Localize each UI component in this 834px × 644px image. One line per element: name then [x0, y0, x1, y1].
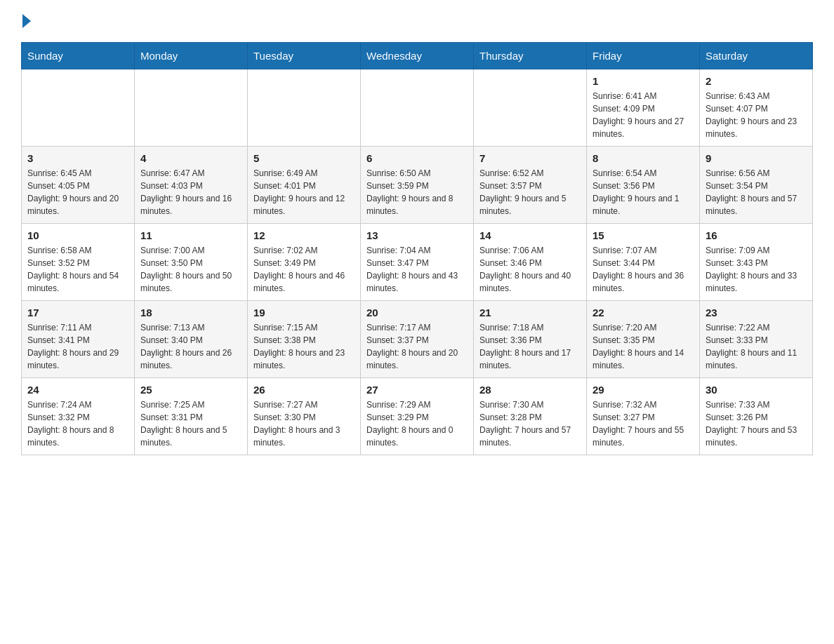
week-row-3: 10Sunrise: 6:58 AM Sunset: 3:52 PM Dayli…: [22, 224, 813, 301]
day-number: 29: [593, 384, 694, 396]
week-row-1: 1Sunrise: 6:41 AM Sunset: 4:09 PM Daylig…: [22, 69, 813, 147]
weekday-header-tuesday: Tuesday: [248, 43, 361, 69]
weekday-header-wednesday: Wednesday: [361, 43, 474, 69]
calendar-cell: 5Sunrise: 6:49 AM Sunset: 4:01 PM Daylig…: [248, 147, 361, 224]
day-number: 23: [706, 307, 807, 318]
day-number: 5: [253, 152, 355, 164]
weekday-header-friday: Friday: [587, 43, 700, 69]
day-info: Sunrise: 7:25 AM Sunset: 3:31 PM Dayligh…: [140, 398, 241, 449]
calendar-cell: [22, 69, 135, 147]
day-number: 20: [366, 307, 468, 318]
calendar-cell: 27Sunrise: 7:29 AM Sunset: 3:29 PM Dayli…: [361, 378, 474, 455]
calendar-cell: 15Sunrise: 7:07 AM Sunset: 3:44 PM Dayli…: [587, 224, 700, 301]
day-info: Sunrise: 7:07 AM Sunset: 3:44 PM Dayligh…: [593, 244, 694, 295]
day-number: 28: [479, 384, 581, 396]
day-number: 6: [366, 152, 468, 164]
calendar-cell: 2Sunrise: 6:43 AM Sunset: 4:07 PM Daylig…: [700, 69, 813, 147]
calendar-cell: 3Sunrise: 6:45 AM Sunset: 4:05 PM Daylig…: [22, 147, 135, 224]
calendar-cell: 30Sunrise: 7:33 AM Sunset: 3:26 PM Dayli…: [700, 378, 813, 455]
day-info: Sunrise: 7:13 AM Sunset: 3:40 PM Dayligh…: [140, 321, 241, 372]
day-number: 4: [140, 152, 241, 164]
calendar-cell: 6Sunrise: 6:50 AM Sunset: 3:59 PM Daylig…: [361, 147, 474, 224]
calendar-cell: 10Sunrise: 6:58 AM Sunset: 3:52 PM Dayli…: [22, 224, 135, 301]
calendar-cell: 22Sunrise: 7:20 AM Sunset: 3:35 PM Dayli…: [587, 301, 700, 378]
day-info: Sunrise: 7:22 AM Sunset: 3:33 PM Dayligh…: [706, 321, 807, 372]
calendar-cell: [474, 69, 587, 147]
calendar-cell: 20Sunrise: 7:17 AM Sunset: 3:37 PM Dayli…: [361, 301, 474, 378]
weekday-header-saturday: Saturday: [700, 43, 813, 69]
calendar-cell: 23Sunrise: 7:22 AM Sunset: 3:33 PM Dayli…: [700, 301, 813, 378]
day-info: Sunrise: 6:47 AM Sunset: 4:03 PM Dayligh…: [140, 167, 241, 217]
day-number: 15: [593, 229, 694, 241]
calendar-cell: 17Sunrise: 7:11 AM Sunset: 3:41 PM Dayli…: [22, 301, 135, 378]
day-info: Sunrise: 6:49 AM Sunset: 4:01 PM Dayligh…: [253, 167, 355, 217]
day-number: 2: [706, 75, 807, 87]
day-number: 25: [140, 384, 241, 396]
day-number: 14: [479, 229, 581, 241]
calendar-cell: 19Sunrise: 7:15 AM Sunset: 3:38 PM Dayli…: [248, 301, 361, 378]
day-info: Sunrise: 7:00 AM Sunset: 3:50 PM Dayligh…: [140, 244, 241, 295]
calendar-cell: 1Sunrise: 6:41 AM Sunset: 4:09 PM Daylig…: [587, 69, 700, 147]
calendar-table: SundayMondayTuesdayWednesdayThursdayFrid…: [21, 42, 813, 455]
day-info: Sunrise: 7:30 AM Sunset: 3:28 PM Dayligh…: [479, 398, 581, 449]
day-number: 13: [366, 229, 468, 241]
day-info: Sunrise: 7:33 AM Sunset: 3:26 PM Dayligh…: [706, 398, 807, 449]
day-number: 26: [253, 384, 355, 396]
calendar-cell: 7Sunrise: 6:52 AM Sunset: 3:57 PM Daylig…: [474, 147, 587, 224]
weekday-header-thursday: Thursday: [474, 43, 587, 69]
week-row-5: 24Sunrise: 7:24 AM Sunset: 3:32 PM Dayli…: [22, 378, 813, 455]
day-info: Sunrise: 6:56 AM Sunset: 3:54 PM Dayligh…: [706, 167, 807, 217]
day-number: 12: [253, 229, 355, 241]
day-number: 24: [27, 384, 128, 396]
day-info: Sunrise: 7:24 AM Sunset: 3:32 PM Dayligh…: [27, 398, 128, 449]
weekday-header-monday: Monday: [135, 43, 248, 69]
week-row-2: 3Sunrise: 6:45 AM Sunset: 4:05 PM Daylig…: [22, 147, 813, 224]
calendar-cell: [248, 69, 361, 147]
calendar-cell: 11Sunrise: 7:00 AM Sunset: 3:50 PM Dayli…: [135, 224, 248, 301]
day-info: Sunrise: 6:54 AM Sunset: 3:56 PM Dayligh…: [593, 167, 694, 217]
calendar-cell: 8Sunrise: 6:54 AM Sunset: 3:56 PM Daylig…: [587, 147, 700, 224]
day-number: 21: [479, 307, 581, 318]
calendar-cell: 24Sunrise: 7:24 AM Sunset: 3:32 PM Dayli…: [22, 378, 135, 455]
calendar-cell: 16Sunrise: 7:09 AM Sunset: 3:43 PM Dayli…: [700, 224, 813, 301]
day-number: 16: [706, 229, 807, 241]
day-info: Sunrise: 6:41 AM Sunset: 4:09 PM Dayligh…: [593, 90, 694, 140]
calendar-cell: 18Sunrise: 7:13 AM Sunset: 3:40 PM Dayli…: [135, 301, 248, 378]
day-info: Sunrise: 7:18 AM Sunset: 3:36 PM Dayligh…: [479, 321, 581, 372]
day-number: 27: [366, 384, 468, 396]
day-info: Sunrise: 7:11 AM Sunset: 3:41 PM Dayligh…: [27, 321, 128, 372]
day-info: Sunrise: 7:06 AM Sunset: 3:46 PM Dayligh…: [479, 244, 581, 295]
day-number: 17: [27, 307, 128, 318]
day-number: 18: [140, 307, 241, 318]
logo-arrow-icon: [22, 14, 31, 28]
calendar-cell: 14Sunrise: 7:06 AM Sunset: 3:46 PM Dayli…: [474, 224, 587, 301]
day-number: 9: [706, 152, 807, 164]
calendar-cell: [135, 69, 248, 147]
day-info: Sunrise: 7:27 AM Sunset: 3:30 PM Dayligh…: [253, 398, 355, 449]
calendar-cell: 28Sunrise: 7:30 AM Sunset: 3:28 PM Dayli…: [474, 378, 587, 455]
page-header: [21, 14, 813, 28]
calendar-cell: 12Sunrise: 7:02 AM Sunset: 3:49 PM Dayli…: [248, 224, 361, 301]
weekday-header-sunday: Sunday: [22, 43, 135, 69]
day-number: 8: [593, 152, 694, 164]
calendar-cell: 4Sunrise: 6:47 AM Sunset: 4:03 PM Daylig…: [135, 147, 248, 224]
day-info: Sunrise: 7:09 AM Sunset: 3:43 PM Dayligh…: [706, 244, 807, 295]
calendar-cell: 9Sunrise: 6:56 AM Sunset: 3:54 PM Daylig…: [700, 147, 813, 224]
day-info: Sunrise: 6:50 AM Sunset: 3:59 PM Dayligh…: [366, 167, 468, 217]
day-info: Sunrise: 6:52 AM Sunset: 3:57 PM Dayligh…: [479, 167, 581, 217]
day-number: 19: [253, 307, 355, 318]
day-info: Sunrise: 6:45 AM Sunset: 4:05 PM Dayligh…: [27, 167, 128, 217]
calendar-cell: 29Sunrise: 7:32 AM Sunset: 3:27 PM Dayli…: [587, 378, 700, 455]
calendar-cell: 26Sunrise: 7:27 AM Sunset: 3:30 PM Dayli…: [248, 378, 361, 455]
day-number: 10: [27, 229, 128, 241]
day-number: 11: [140, 229, 241, 241]
day-number: 3: [27, 152, 128, 164]
day-number: 30: [706, 384, 807, 396]
calendar-cell: 21Sunrise: 7:18 AM Sunset: 3:36 PM Dayli…: [474, 301, 587, 378]
calendar-header-row: SundayMondayTuesdayWednesdayThursdayFrid…: [22, 43, 813, 69]
day-info: Sunrise: 7:17 AM Sunset: 3:37 PM Dayligh…: [366, 321, 468, 372]
calendar-cell: [361, 69, 474, 147]
calendar-cell: 25Sunrise: 7:25 AM Sunset: 3:31 PM Dayli…: [135, 378, 248, 455]
day-info: Sunrise: 6:58 AM Sunset: 3:52 PM Dayligh…: [27, 244, 128, 295]
logo: [21, 14, 31, 28]
